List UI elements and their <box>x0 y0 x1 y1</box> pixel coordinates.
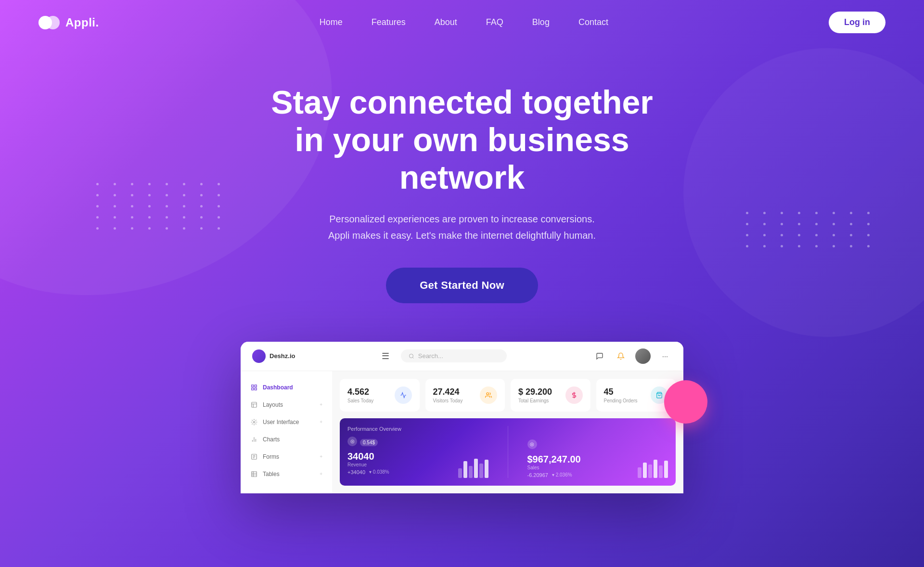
bar <box>479 464 483 478</box>
perf-sales-value: $967,247.00 <box>527 454 619 465</box>
brand-name: Appli. <box>65 16 99 29</box>
dashboard-window: Deshz.io ☰ Search... <box>241 342 683 493</box>
svg-rect-4 <box>255 388 257 390</box>
divider <box>508 426 508 478</box>
stat-label-earnings: Total Earnings <box>518 398 552 403</box>
svg-rect-11 <box>252 471 257 477</box>
dashboard-header-center: ☰ Search... <box>382 349 507 362</box>
more-icon[interactable]: ··· <box>658 349 672 363</box>
dashboard-icon <box>250 384 258 391</box>
perf-revenue-subval: +34040 <box>347 469 365 475</box>
stat-value-earnings: $ 29.200 <box>518 387 552 397</box>
perf-revenue-value: 34040 <box>347 451 439 462</box>
perf-revenue-icon: ◎ <box>347 437 357 446</box>
sidebar-item-layouts[interactable]: Layouts + <box>241 396 332 413</box>
sidebar-label-tables: Tables <box>263 471 280 477</box>
perf-revenue-chart <box>458 426 488 478</box>
hero-subtitle: Personalized experiences are proven to i… <box>318 211 606 244</box>
bar <box>643 463 647 478</box>
perf-sales-chart <box>638 426 668 478</box>
bar <box>474 459 478 478</box>
forms-icon <box>250 453 258 461</box>
perf-sales-icon: ◎ <box>527 439 537 449</box>
bar <box>638 467 642 478</box>
bell-icon[interactable] <box>614 349 628 363</box>
nav-about[interactable]: About <box>435 17 457 27</box>
sidebar-item-tables[interactable]: Tables + <box>241 465 332 483</box>
search-icon <box>409 353 414 359</box>
arrow-icon: + <box>320 471 322 477</box>
ui-icon <box>250 418 258 426</box>
stat-value-visitors: 27.424 <box>433 387 463 397</box>
sidebar-item-ui[interactable]: User Interface + <box>241 413 332 431</box>
sidebar-item-forms[interactable]: Forms + <box>241 448 332 465</box>
nav-home[interactable]: Home <box>320 17 343 27</box>
bar <box>664 461 668 478</box>
dashboard-header: Deshz.io ☰ Search... <box>241 342 683 371</box>
perf-revenue: Performance Overview ◎ 0.54$ 34040 Reven… <box>347 426 439 478</box>
dashboard-sidebar: Dashboard Layouts + <box>241 371 332 493</box>
nav-contact[interactable]: Contact <box>578 17 608 27</box>
nav-faq[interactable]: FAQ <box>486 17 503 27</box>
dashboard-logo: Deshz.io <box>252 349 295 363</box>
hamburger-icon[interactable]: ☰ <box>382 351 389 361</box>
logo-circle-right <box>46 16 60 29</box>
perf-sales-change: ▾ 2.036% <box>552 472 572 477</box>
stat-label-visitors: Visitors Today <box>433 398 463 403</box>
logo-icon <box>38 12 60 33</box>
pink-circle-decoration <box>664 380 707 424</box>
dashboard-header-right: ··· <box>593 348 672 364</box>
nav-links: Home Features About FAQ Blog Contact <box>320 17 608 27</box>
arrow-icon: + <box>320 454 322 459</box>
bar <box>648 464 652 478</box>
nav-blog[interactable]: Blog <box>532 17 550 27</box>
perf-overview-title: Performance Overview <box>347 426 439 432</box>
bar <box>463 461 467 478</box>
sidebar-label-charts: Charts <box>263 436 280 443</box>
stat-cards: 4.562 Sales Today 27.424 <box>340 379 676 412</box>
bar <box>485 460 488 478</box>
stat-value-orders: 45 <box>604 387 638 397</box>
sidebar-item-dashboard[interactable]: Dashboard <box>241 379 332 396</box>
stat-label-orders: Pending Orders <box>604 398 638 403</box>
perf-sales: ◎ $967,247.00 Sales -6.20967 ▾ 2.036% <box>527 426 619 478</box>
svg-point-0 <box>409 354 413 358</box>
dashboard-search[interactable]: Search... <box>401 349 507 362</box>
dashboard-logo-icon <box>252 349 266 363</box>
bar <box>654 460 657 478</box>
sidebar-label-ui: User Interface <box>263 419 299 425</box>
svg-point-6 <box>253 421 255 423</box>
perf-sales-subval: -6.20967 <box>527 472 548 478</box>
perf-revenue-change: ▾ 0.038% <box>369 469 389 475</box>
hero-content: Stay connected together in your own busi… <box>0 45 924 332</box>
cta-button[interactable]: Get Started Now <box>386 268 538 303</box>
sidebar-label-layouts: Layouts <box>263 401 283 408</box>
svg-rect-1 <box>252 385 254 387</box>
stat-icon-visitors <box>480 387 497 404</box>
sidebar-item-charts[interactable]: Charts <box>241 431 332 448</box>
nav-features[interactable]: Features <box>372 17 406 27</box>
user-avatar[interactable] <box>635 348 651 364</box>
search-placeholder: Search... <box>418 352 443 360</box>
performance-section: Performance Overview ◎ 0.54$ 34040 Reven… <box>340 418 676 486</box>
svg-rect-3 <box>252 388 254 390</box>
dashboard-body: Dashboard Layouts + <box>241 371 683 493</box>
svg-point-12 <box>487 392 489 395</box>
arrow-icon: + <box>320 419 322 425</box>
stat-icon-sales <box>395 387 412 404</box>
navbar: Appli. Home Features About FAQ Blog Cont… <box>0 0 924 45</box>
hero-section: Appli. Home Features About FAQ Blog Cont… <box>0 0 924 567</box>
stat-card-visitors: 27.424 Visitors Today <box>425 379 505 412</box>
stat-card-sales: 4.562 Sales Today <box>340 379 420 412</box>
perf-revenue-sub: +34040 ▾ 0.038% <box>347 469 439 475</box>
login-button[interactable]: Log in <box>829 12 886 33</box>
dashboard-main: 4.562 Sales Today 27.424 <box>332 371 683 493</box>
perf-badge: 0.54$ <box>360 439 378 446</box>
bar <box>659 465 663 478</box>
sidebar-label-forms: Forms <box>263 453 279 460</box>
dashboard-brand: Deshz.io <box>270 352 295 360</box>
perf-revenue-label: Revenue <box>347 462 439 467</box>
bar <box>458 468 462 478</box>
chat-icon[interactable] <box>593 349 606 363</box>
svg-rect-2 <box>255 385 257 387</box>
